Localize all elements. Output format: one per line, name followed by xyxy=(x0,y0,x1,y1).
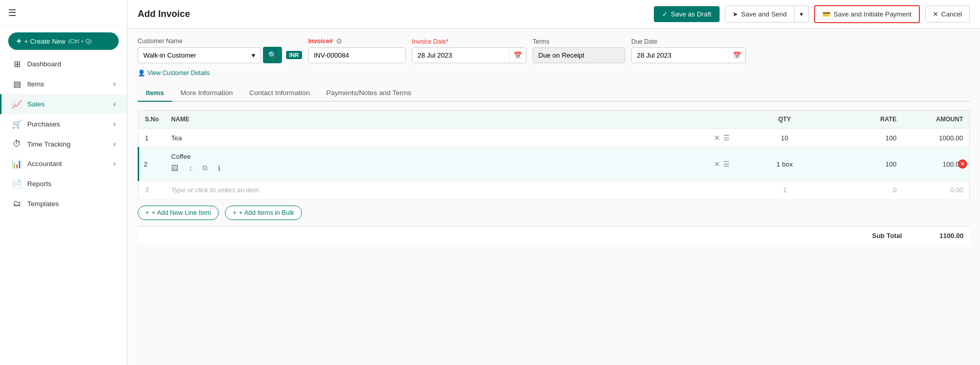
due-date-label: Due Date xyxy=(631,38,746,45)
content-area: Customer Name Walk-in Customer ▾ 🔍 INR I… xyxy=(127,29,980,365)
customer-name-label: Customer Name xyxy=(138,38,302,45)
sort-icon[interactable]: ↕ xyxy=(189,164,192,172)
invoice-label-row: Invoice# ⚙ xyxy=(308,37,406,45)
search-icon: 🔍 xyxy=(268,51,277,59)
terms-select-row: Due on Receipt xyxy=(533,47,625,63)
reports-icon: 📄 xyxy=(12,179,22,189)
sidebar-item-accountant[interactable]: 📊 Accountant ∨ xyxy=(0,154,127,174)
plus-icon: + xyxy=(16,36,21,46)
row-amount: 0.00 xyxy=(903,181,970,199)
create-new-button[interactable]: + + Create New (Ctrl + Q) xyxy=(8,32,119,50)
row-qty[interactable]: 10 xyxy=(749,129,821,148)
customer-link-icon: 👤 xyxy=(138,69,145,77)
hamburger-icon[interactable]: ☰ xyxy=(8,7,16,19)
row-actions: ✕ ☰ xyxy=(714,160,743,168)
row-name[interactable]: Coffee 🖼 · ↕ · ⧉ · ℹ xyxy=(165,148,707,181)
dashboard-icon: ⊞ xyxy=(12,59,22,69)
check-icon: ✓ xyxy=(662,10,668,18)
save-send-dropdown-button[interactable]: ▾ xyxy=(795,6,809,23)
subtotal-label: Sub Total xyxy=(872,232,902,240)
table-footer: + + Add New Line Item + + Add Items in B… xyxy=(138,199,970,226)
row-name[interactable]: Tea xyxy=(165,129,707,148)
items-icon: ▤ xyxy=(12,79,22,89)
view-customer-link[interactable]: 👤 View Customer Details xyxy=(138,69,970,77)
sidebar-item-label: Accountant xyxy=(27,160,62,168)
invoice-date-group: Invoice Date* 📅 xyxy=(412,38,526,63)
save-send-wrapper: ➤ Save and Send ▾ xyxy=(725,6,809,23)
customer-name-group: Customer Name Walk-in Customer ▾ 🔍 INR xyxy=(138,38,302,63)
table-row: 1 Tea ✕ ☰ 10 100 1000.00 xyxy=(139,129,970,148)
row-rate[interactable]: 100 xyxy=(821,129,903,148)
due-date-input-row: 📅 xyxy=(631,47,746,63)
cancel-label: Cancel xyxy=(941,10,962,18)
page-title: Add Invoice xyxy=(138,9,649,20)
tab-contact-information[interactable]: Contact Information xyxy=(241,85,318,102)
row-qty[interactable]: 1 box xyxy=(749,148,821,181)
subtotal-row: Sub Total 1100.00 xyxy=(138,226,970,245)
subtotal-amount: 1100.00 xyxy=(922,232,964,240)
sidebar-item-dashboard[interactable]: ⊞ Dashboard xyxy=(0,54,127,74)
row-action-cell: ✕ ☰ xyxy=(708,148,749,181)
due-date-calendar-icon[interactable]: 📅 xyxy=(728,48,745,63)
row-sno: 1 xyxy=(139,129,165,148)
row-rate[interactable]: 100 xyxy=(821,148,903,181)
delete-item-icon[interactable]: ✕ xyxy=(714,134,720,142)
table-row: 2 Coffee 🖼 · ↕ · ⧉ · ℹ xyxy=(139,148,970,181)
save-initiate-payment-button[interactable]: 💳 Save and Initiate Payment xyxy=(814,5,920,23)
due-date-input[interactable] xyxy=(632,48,728,63)
col-sno: S.No xyxy=(139,111,165,129)
calendar-icon[interactable]: 📅 xyxy=(509,48,526,63)
row-tools: 🖼 · ↕ · ⧉ · ℹ xyxy=(171,160,701,175)
customer-search-button[interactable]: 🔍 xyxy=(263,47,282,63)
tab-items[interactable]: Items xyxy=(138,85,172,102)
row-qty[interactable]: 1 xyxy=(749,181,821,199)
sidebar-item-purchases[interactable]: 🛒 Purchases ∨ xyxy=(0,114,127,134)
sidebar-item-reports[interactable]: 📄 Reports xyxy=(0,174,127,194)
save-as-draft-button[interactable]: ✓ Save as Draft xyxy=(654,6,720,22)
sidebar-item-items[interactable]: ▤ Items ∨ xyxy=(0,74,127,94)
plus-icon: + xyxy=(145,209,149,216)
sidebar-nav: ⊞ Dashboard ▤ Items ∨ 📈 Sales ∨ 🛒 Purcha… xyxy=(0,54,127,213)
sidebar-item-templates[interactable]: 🗂 Templates xyxy=(0,194,127,213)
tab-payments-notes[interactable]: Payments/Notes and Terms xyxy=(318,85,420,102)
chevron-down-icon: ∨ xyxy=(112,101,117,107)
main-content: Add Invoice ✓ Save as Draft ➤ Save and S… xyxy=(127,0,980,365)
table-row: 3 Type or click to select an item. 1 0 0… xyxy=(139,181,970,199)
save-and-send-button[interactable]: ➤ Save and Send xyxy=(725,6,795,23)
customer-name-select[interactable]: Walk-in Customer ▾ xyxy=(138,47,261,63)
sidebar-item-sales[interactable]: 📈 Sales ∨ xyxy=(0,94,127,114)
notes-icon[interactable]: ☰ xyxy=(723,160,730,168)
row-name-placeholder[interactable]: Type or click to select an item. xyxy=(165,181,707,199)
delete-item-icon[interactable]: ✕ xyxy=(714,160,720,168)
chevron-down-icon: ▾ xyxy=(800,10,803,18)
customer-name-value: Walk-in Customer xyxy=(143,51,196,59)
sidebar: ☰ + + Create New (Ctrl + Q) ⊞ Dashboard … xyxy=(0,0,127,365)
invoice-number-input[interactable] xyxy=(308,47,406,63)
copy-icon[interactable]: ⧉ xyxy=(202,163,208,172)
col-amount: AMOUNT xyxy=(903,111,970,129)
add-items-bulk-button[interactable]: + + Add Items in Bulk xyxy=(225,206,302,220)
invoice-number-group: Invoice# ⚙ xyxy=(308,37,406,63)
accountant-icon: 📊 xyxy=(12,159,22,169)
add-line-label: + Add New Line Item xyxy=(152,209,211,216)
remove-row-button[interactable]: ✕ xyxy=(958,159,967,169)
tab-more-information[interactable]: More Information xyxy=(172,85,241,102)
invoice-form-row: Customer Name Walk-in Customer ▾ 🔍 INR I… xyxy=(138,37,970,63)
image-icon[interactable]: 🖼 xyxy=(171,164,178,172)
row-actions: ✕ ☰ xyxy=(714,134,743,142)
notes-icon[interactable]: ☰ xyxy=(723,134,730,142)
sales-icon: 📈 xyxy=(12,99,22,109)
chevron-down-icon: ∨ xyxy=(112,81,117,87)
invoice-date-input-row: 📅 xyxy=(412,47,526,63)
chevron-down-icon: ∨ xyxy=(112,160,117,167)
invoice-gear-icon[interactable]: ⚙ xyxy=(336,37,343,45)
invoice-date-input[interactable] xyxy=(412,48,509,63)
sidebar-item-label: Time Tracking xyxy=(27,140,70,148)
row-rate[interactable]: 0 xyxy=(821,181,903,199)
sidebar-item-time-tracking[interactable]: ⏱ Time Tracking ∨ xyxy=(0,134,127,154)
terms-select[interactable]: Due on Receipt xyxy=(533,48,625,63)
add-new-line-item-button[interactable]: + + Add New Line Item xyxy=(138,206,219,220)
info-icon[interactable]: ℹ xyxy=(218,164,220,172)
cancel-button[interactable]: ✕ Cancel xyxy=(925,6,970,23)
purchases-icon: 🛒 xyxy=(12,119,22,129)
